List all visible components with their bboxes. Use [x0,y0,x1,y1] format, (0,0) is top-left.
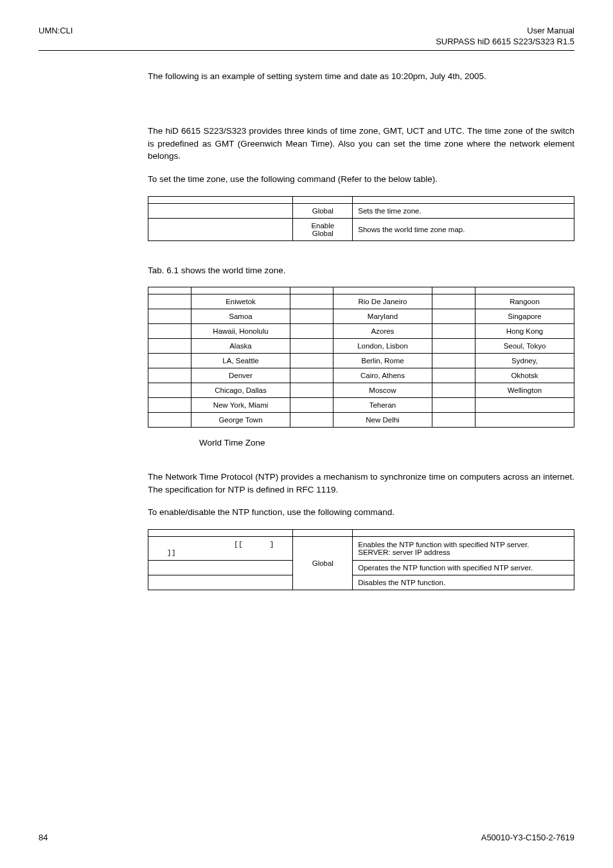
table-row: Hawaii, HonoluluAzoresHong Kong [148,324,574,339]
ntp-table: [[] ]] Global Enables the NTP function w… [148,529,574,590]
table-row: Disables the NTP function. [148,575,574,590]
intro-example: The following is an example of setting s… [148,70,574,83]
tz-cell [432,383,475,398]
tz-cell: Hong Kong [475,324,574,339]
th-city [475,287,574,294]
table-row: Global Sets the time zone. [148,203,574,218]
tz-cell: Samoa [191,309,290,324]
main-content: The following is an example of setting s… [148,70,574,590]
cmd-cell [148,575,293,590]
tz-cell: Okhotsk [475,368,574,383]
tz-cell [432,339,475,354]
desc-line: Enables the NTP function with specified … [358,541,529,548]
cmd-cell [148,203,293,218]
desc-cell: Sets the time zone. [353,203,574,218]
tz-intro-2: To set the time zone, use the following … [148,173,574,186]
desc-line: SERVER: server IP address [358,548,450,556]
tz-cell [475,413,574,428]
tz-cell: Rangoon [475,294,574,309]
tz-cell: Maryland [333,309,432,324]
tz-cell [148,339,191,354]
table-header-row [148,529,574,536]
desc-cell: Operates the NTP function with specified… [353,560,574,575]
table-row: [[] ]] Global Enables the NTP function w… [148,536,574,560]
mode-cell: Global [293,536,353,590]
table-row: Enable Global Shows the world time zone … [148,218,574,240]
table-row: Chicago, DallasMoscowWellington [148,383,574,398]
th-gmt [290,287,333,294]
table-row: LA, SeattleBerlin, RomeSydney, [148,354,574,368]
tz-shows-line: Tab. 6.1 shows the world time zone. [148,264,574,277]
th-mode [293,196,353,203]
tz-cell [290,398,333,413]
cmd-cell [148,218,293,240]
tz-cell [148,309,191,324]
tz-cell: Sydney, [475,354,574,368]
th-city [191,287,290,294]
header-right: User Manual SURPASS hiD 6615 S223/S323 R… [436,26,574,48]
tz-cell [290,339,333,354]
table-header-row [148,196,574,203]
ntp-para1: The Network Time Protocol (NTP) provides… [148,471,574,496]
page-footer: 84 A50010-Y3-C150-2-7619 [39,833,574,842]
tz-cell [290,413,333,428]
tz-cell: Chicago, Dallas [191,383,290,398]
desc-cell: Enables the NTP function with specified … [353,536,574,560]
timezone-table: EniwetokRio De JaneiroRangoon SamoaMaryl… [148,287,574,428]
table-row: DenverCairo, AthensOkhotsk [148,368,574,383]
tz-cell [290,368,333,383]
tz-cell [148,383,191,398]
tz-cell [432,413,475,428]
desc-cell: Disables the NTP function. [353,575,574,590]
mode-cell: Global [293,203,353,218]
th-description [353,529,574,536]
tz-cell: Hawaii, Honolulu [191,324,290,339]
tz-cell: Berlin, Rome [333,354,432,368]
table-row: SamoaMarylandSingapore [148,309,574,324]
tz-cell [148,354,191,368]
desc-cell: Shows the world time zone map. [353,218,574,240]
tz-cell [148,413,191,428]
cmd-cell [148,560,293,575]
tz-cell: Cairo, Athens [333,368,432,383]
tz-cell: George Town [191,413,290,428]
tz-cell [148,324,191,339]
bracket: ] [270,540,274,548]
ntp-para2: To enable/disable the NTP function, use … [148,506,574,519]
th-command [148,529,293,536]
th-command [148,196,293,203]
tz-cell: Rio De Janeiro [333,294,432,309]
tz-cell: Azores [333,324,432,339]
tz-cell: London, Lisbon [333,339,432,354]
th-description [353,196,574,203]
table-row: Operates the NTP function with specified… [148,560,574,575]
mode-cell: Enable Global [293,218,353,240]
tz-cell [432,309,475,324]
tz-cell [432,398,475,413]
tz-intro-1: The hiD 6615 S223/S323 provides three ki… [148,125,574,163]
tz-cell [290,309,333,324]
tz-cell [432,324,475,339]
tz-cell: Wellington [475,383,574,398]
bracket: [[ [234,540,243,548]
caption-label [148,438,199,448]
tz-cell [432,354,475,368]
table-row: AlaskaLondon, LisbonSeoul, Tokyo [148,339,574,354]
header-left: UMN:CLI [39,26,73,35]
tz-cell [148,368,191,383]
header-right-line2: SURPASS hiD 6615 S223/S323 R1.5 [436,37,574,48]
th-gmt [432,287,475,294]
caption-text: World Time Zone [199,438,265,448]
tz-cell [432,294,475,309]
tz-cell [148,294,191,309]
tz-cell: Moscow [333,383,432,398]
tz-cell: Seoul, Tokyo [475,339,574,354]
table-row: George TownNew Delhi [148,413,574,428]
th-mode [293,529,353,536]
tz-cell [290,324,333,339]
tz-cell: Singapore [475,309,574,324]
tz-cell: Eniwetok [191,294,290,309]
page-number: 84 [39,833,48,842]
tz-cell: Denver [191,368,290,383]
table-header-row [148,287,574,294]
